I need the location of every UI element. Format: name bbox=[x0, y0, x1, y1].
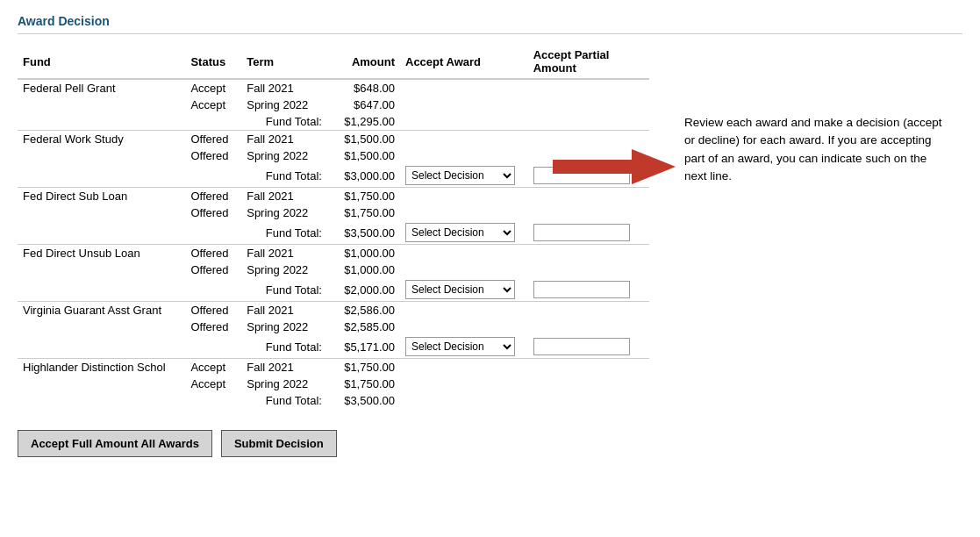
award-table: Fund Status Term Amount Accept Award Acc… bbox=[18, 45, 649, 409]
fund-total-amount: $5,171.00 bbox=[325, 335, 400, 359]
accept-award-total-cell[interactable]: Select DecisionAcceptDecline bbox=[400, 335, 528, 359]
col-header-amount: Amount bbox=[325, 45, 400, 79]
fund-total-label: Fund Total: bbox=[241, 392, 325, 409]
fund-term: Fall 2021 bbox=[241, 131, 325, 148]
fund-status: Offered bbox=[185, 188, 241, 205]
accept-award-cell bbox=[400, 302, 528, 319]
decision-select[interactable]: Select DecisionAcceptDecline bbox=[405, 166, 515, 185]
fund-total-row: Fund Total:$3,500.00 bbox=[18, 392, 649, 409]
fund-total-amount: $3,500.00 bbox=[325, 221, 400, 245]
fund-name bbox=[18, 97, 185, 113]
accept-award-cell bbox=[400, 147, 528, 164]
fund-status: Accept bbox=[185, 97, 241, 113]
accept-partial-total-cell[interactable] bbox=[528, 278, 649, 302]
total-fund-empty bbox=[18, 335, 185, 359]
fund-term: Spring 2022 bbox=[241, 147, 325, 164]
total-status-empty bbox=[185, 392, 241, 409]
fund-total-row: Fund Total:$1,295.00 bbox=[18, 113, 649, 131]
partial-amount-input[interactable] bbox=[533, 224, 630, 241]
partial-amount-input[interactable] bbox=[533, 338, 630, 355]
fund-name bbox=[18, 147, 185, 164]
fund-amount: $647.00 bbox=[325, 97, 400, 113]
fund-amount: $2,585.00 bbox=[325, 319, 400, 335]
fund-amount: $1,750.00 bbox=[325, 204, 400, 221]
partial-amount-input[interactable] bbox=[533, 281, 630, 298]
accept-all-button[interactable]: Accept Full Amount All Awards bbox=[18, 430, 212, 457]
accept-partial-total-cell[interactable] bbox=[528, 221, 649, 245]
red-arrow-icon bbox=[553, 149, 676, 184]
fund-total-label: Fund Total: bbox=[241, 221, 325, 245]
fund-term: Fall 2021 bbox=[241, 79, 325, 97]
decision-select[interactable]: Select DecisionAcceptDecline bbox=[405, 280, 515, 299]
accept-partial-cell bbox=[528, 188, 649, 205]
fund-total-row: Fund Total:$2,000.00Select DecisionAccep… bbox=[18, 278, 649, 302]
accept-partial-cell bbox=[528, 131, 649, 148]
submit-decision-button[interactable]: Submit Decision bbox=[221, 430, 337, 457]
fund-name bbox=[18, 376, 185, 392]
fund-status: Offered bbox=[185, 204, 241, 221]
fund-amount: $1,500.00 bbox=[325, 131, 400, 148]
accept-partial-cell bbox=[528, 261, 649, 278]
total-status-empty bbox=[185, 113, 241, 131]
accept-partial-cell bbox=[528, 359, 649, 376]
fund-term: Fall 2021 bbox=[241, 188, 325, 205]
annotation-text: Review each award and make a decision (a… bbox=[684, 116, 941, 183]
accept-partial-cell bbox=[528, 376, 649, 392]
table-row: OfferedSpring 2022$1,750.00 bbox=[18, 204, 649, 221]
fund-term: Spring 2022 bbox=[241, 261, 325, 278]
accept-award-cell bbox=[400, 204, 528, 221]
accept-partial-cell bbox=[528, 302, 649, 319]
fund-amount: $1,000.00 bbox=[325, 245, 400, 262]
fund-name: Federal Pell Grant bbox=[18, 79, 185, 97]
total-status-empty bbox=[185, 278, 241, 302]
table-header-row: Fund Status Term Amount Accept Award Acc… bbox=[18, 45, 649, 79]
accept-award-total-cell[interactable]: Select DecisionAcceptDecline bbox=[400, 221, 528, 245]
fund-amount: $648.00 bbox=[325, 79, 400, 97]
fund-name: Virginia Guarant Asst Grant bbox=[18, 302, 185, 319]
fund-term: Spring 2022 bbox=[241, 376, 325, 392]
accept-partial-cell bbox=[528, 204, 649, 221]
table-row: Federal Work StudyOfferedFall 2021$1,500… bbox=[18, 131, 649, 148]
accept-partial-total-cell[interactable] bbox=[528, 335, 649, 359]
fund-name bbox=[18, 204, 185, 221]
arrow-container bbox=[553, 149, 676, 187]
accept-partial-cell bbox=[528, 245, 649, 262]
fund-name: Fed Direct Sub Loan bbox=[18, 188, 185, 205]
accept-award-cell bbox=[400, 79, 528, 97]
total-status-empty bbox=[185, 164, 241, 188]
fund-term: Fall 2021 bbox=[241, 359, 325, 376]
decision-select[interactable]: Select DecisionAcceptDecline bbox=[405, 337, 515, 356]
col-header-fund: Fund bbox=[18, 45, 185, 79]
accept-award-total-cell[interactable]: Select DecisionAcceptDecline bbox=[400, 278, 528, 302]
fund-amount: $1,500.00 bbox=[325, 147, 400, 164]
table-row: Fed Direct Unsub LoanOfferedFall 2021$1,… bbox=[18, 245, 649, 262]
total-fund-empty bbox=[18, 221, 185, 245]
total-status-empty bbox=[185, 335, 241, 359]
fund-name: Highlander Distinction Schol bbox=[18, 359, 185, 376]
fund-amount: $1,750.00 bbox=[325, 188, 400, 205]
total-fund-empty bbox=[18, 164, 185, 188]
fund-amount: $1,750.00 bbox=[325, 376, 400, 392]
accept-award-cell bbox=[400, 245, 528, 262]
table-row: OfferedSpring 2022$1,000.00 bbox=[18, 261, 649, 278]
decision-select[interactable]: Select DecisionAcceptDecline bbox=[405, 223, 515, 242]
accept-award-cell bbox=[400, 188, 528, 205]
accept-award-total-cell[interactable]: Select DecisionAcceptDecline bbox=[400, 164, 528, 188]
col-header-partial: Accept Partial Amount bbox=[528, 45, 649, 79]
accept-partial-cell bbox=[528, 79, 649, 97]
fund-total-row: Fund Total:$3,500.00Select DecisionAccep… bbox=[18, 221, 649, 245]
table-row: AcceptSpring 2022$1,750.00 bbox=[18, 376, 649, 392]
accept-award-cell bbox=[400, 261, 528, 278]
fund-total-amount: $1,295.00 bbox=[325, 113, 400, 131]
table-row: AcceptSpring 2022$647.00 bbox=[18, 97, 649, 113]
fund-name bbox=[18, 261, 185, 278]
fund-status: Offered bbox=[185, 302, 241, 319]
fund-status: Offered bbox=[185, 131, 241, 148]
fund-name: Fed Direct Unsub Loan bbox=[18, 245, 185, 262]
fund-total-label: Fund Total: bbox=[241, 278, 325, 302]
table-row: Fed Direct Sub LoanOfferedFall 2021$1,75… bbox=[18, 188, 649, 205]
fund-status: Offered bbox=[185, 261, 241, 278]
fund-term: Spring 2022 bbox=[241, 319, 325, 335]
fund-term: Fall 2021 bbox=[241, 302, 325, 319]
total-fund-empty bbox=[18, 278, 185, 302]
